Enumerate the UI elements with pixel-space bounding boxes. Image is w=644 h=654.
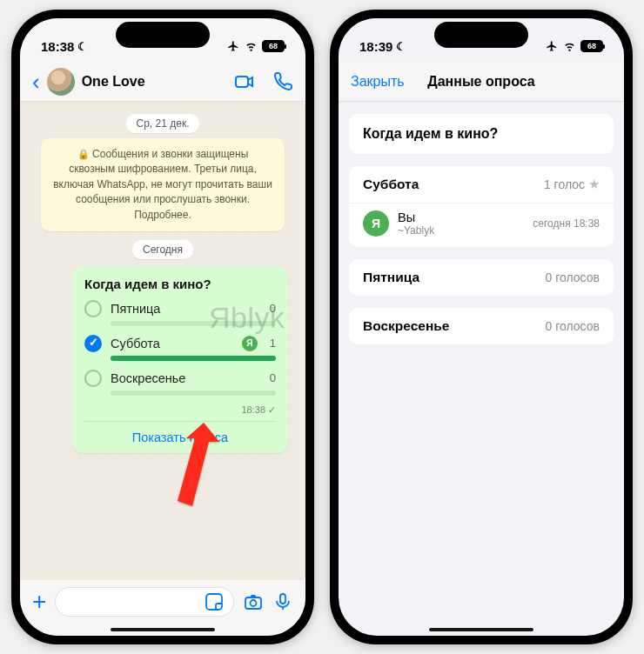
avatar[interactable] xyxy=(47,68,75,96)
results-question: Когда идем в кино? xyxy=(363,126,600,142)
back-button[interactable]: ‹ xyxy=(32,70,40,93)
voter-name: Вы xyxy=(398,210,524,224)
airplane-icon xyxy=(226,40,240,52)
poll-option-0[interactable]: Пятница 0 xyxy=(84,300,276,326)
poll-option-count: 0 xyxy=(270,302,276,315)
poll-question: Когда идем в кино? xyxy=(84,277,276,291)
dynamic-island xyxy=(434,22,528,48)
question-card: Когда идем в кино? xyxy=(349,114,614,154)
battery-icon: 68 xyxy=(262,40,285,52)
results-body[interactable]: Когда идем в кино? Суббота 1 голос ★ Я В… xyxy=(339,102,624,369)
home-indicator xyxy=(111,628,215,631)
airplane-icon xyxy=(545,40,559,52)
sticker-icon[interactable] xyxy=(204,591,225,612)
star-icon: ★ xyxy=(588,177,600,192)
wifi-icon xyxy=(244,40,258,52)
result-option-count: 0 голосов xyxy=(546,319,600,333)
poll-option-count: 0 xyxy=(270,371,276,384)
phone-right: 18:39 ☾ 68 Закрыть Данные опроса Когда и… xyxy=(330,10,633,644)
poll-option-count: 1 xyxy=(270,337,276,350)
result-option-name: Пятница xyxy=(363,270,419,285)
svg-rect-2 xyxy=(245,597,261,609)
wifi-icon xyxy=(562,40,577,52)
camera-icon[interactable] xyxy=(243,591,264,612)
today-pill: Сегодня xyxy=(132,240,193,259)
result-option-2: Воскресенье 0 голосов xyxy=(349,308,614,344)
radio-unchecked-icon[interactable] xyxy=(84,300,102,317)
radio-unchecked-icon[interactable] xyxy=(84,370,102,387)
poll-option-1[interactable]: Суббота Я 1 xyxy=(84,335,276,361)
voter-row[interactable]: Я Вы ~Yablyk сегодня 18:38 xyxy=(349,203,614,247)
chat-body[interactable]: Ср, 21 дек. 🔒 Сообщения и звонки защищен… xyxy=(20,102,305,580)
poll-bubble: Когда идем в кино? Пятница 0 Суббота Я 1 xyxy=(72,266,288,453)
chat-header: ‹ One Love xyxy=(20,62,305,102)
poll-option-label: Суббота xyxy=(111,337,233,350)
lock-icon: 🔒 xyxy=(77,149,90,159)
message-time: 18:38✓ xyxy=(84,404,276,416)
video-call-icon[interactable] xyxy=(234,71,255,92)
voice-call-icon[interactable] xyxy=(272,71,293,92)
voter-timestamp: сегодня 18:38 xyxy=(533,217,600,230)
svg-rect-4 xyxy=(280,594,285,604)
status-time: 18:39 xyxy=(359,39,392,54)
poll-option-label: Пятница xyxy=(111,302,261,316)
voter-avatar-mini: Я xyxy=(242,336,258,351)
close-button[interactable]: Закрыть xyxy=(351,74,405,90)
poll-option-2[interactable]: Воскресенье 0 xyxy=(84,370,276,396)
battery-icon: 68 xyxy=(580,40,603,52)
phone-left: 18:38 ☾ 68 ‹ One Love Ср, 21 дек. 🔒 Сооб… xyxy=(11,10,314,644)
dynamic-island xyxy=(116,22,210,48)
result-option-name: Воскресенье xyxy=(363,318,449,334)
result-option-1: Пятница 0 голосов xyxy=(349,259,614,296)
results-header: Закрыть Данные опроса xyxy=(339,62,624,102)
result-option-0: Суббота 1 голос ★ Я Вы ~Yablyk сегодня 1… xyxy=(349,166,614,247)
result-option-count: 1 голос ★ xyxy=(544,177,600,192)
chat-title[interactable]: One Love xyxy=(82,74,227,90)
sent-tick-icon: ✓ xyxy=(268,404,276,415)
message-input[interactable] xyxy=(55,587,234,617)
voter-username: ~Yablyk xyxy=(398,224,524,237)
mic-icon[interactable] xyxy=(272,591,293,612)
show-votes-button[interactable]: Показать голоса xyxy=(84,421,276,446)
poll-bar xyxy=(111,356,276,361)
svg-point-3 xyxy=(251,600,257,606)
poll-bar xyxy=(111,390,276,396)
screen-chat: 18:38 ☾ 68 ‹ One Love Ср, 21 дек. 🔒 Сооб… xyxy=(20,18,305,636)
radio-checked-icon[interactable] xyxy=(84,335,102,352)
page-title: Данные опроса xyxy=(427,74,534,90)
voter-avatar: Я xyxy=(363,210,389,237)
screen-results: 18:39 ☾ 68 Закрыть Данные опроса Когда и… xyxy=(339,18,624,636)
poll-bar xyxy=(111,321,276,326)
svg-rect-0 xyxy=(236,77,248,87)
svg-rect-1 xyxy=(206,594,222,610)
result-option-name: Суббота xyxy=(363,177,419,192)
date-pill: Ср, 21 дек. xyxy=(126,114,200,133)
result-option-count: 0 голосов xyxy=(546,270,600,284)
attach-button[interactable]: + xyxy=(32,588,46,616)
home-indicator xyxy=(429,628,533,631)
poll-option-label: Воскресенье xyxy=(111,371,261,385)
dnd-icon: ☾ xyxy=(396,40,406,53)
dnd-icon: ☾ xyxy=(77,40,88,53)
encryption-banner[interactable]: 🔒 Сообщения и звонки защищены сквозным ш… xyxy=(41,138,285,231)
status-time: 18:38 xyxy=(41,39,74,54)
